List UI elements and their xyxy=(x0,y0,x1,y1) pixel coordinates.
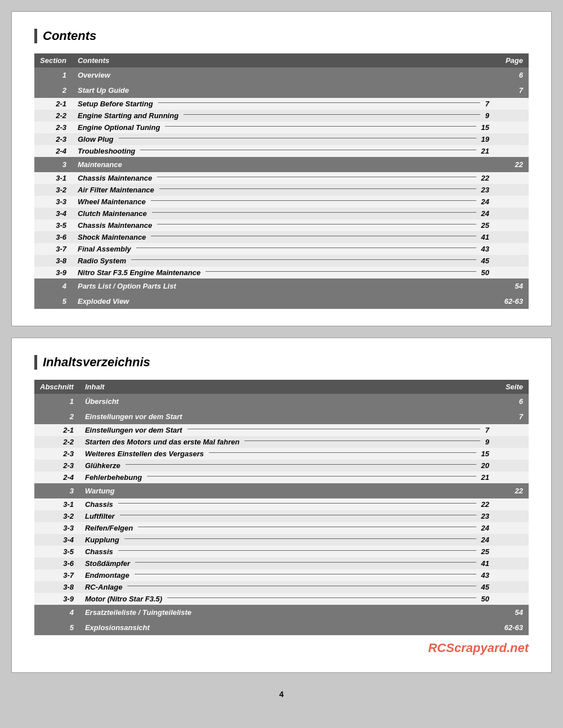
section-title: Parts List / Option Parts List xyxy=(72,278,495,294)
item-page xyxy=(495,510,529,522)
item-title: Nitro Star F3.5 Engine Maintenance 50 xyxy=(72,267,495,278)
section-page: 7 xyxy=(495,83,529,98)
section-num: 3 xyxy=(34,157,72,172)
section-title: Einstellungen vor dem Start xyxy=(79,409,495,424)
item-num: 2-2 xyxy=(34,110,72,122)
toc-row: 2-2 Starten des Motors und das erste Mal… xyxy=(34,436,529,448)
item-title: Motor (Nitro Star F3.5) 50 xyxy=(79,593,495,605)
toc-row: 2 Einstellungen vor dem Start 7 xyxy=(34,409,529,424)
item-page xyxy=(495,534,529,546)
toc-row: 3-3 Reifen/Felgen 24 xyxy=(34,522,529,534)
item-num: 3-2 xyxy=(34,510,79,522)
item-page xyxy=(495,546,529,558)
item-num: 3-3 xyxy=(34,196,72,208)
toc-row: 3-7 Endmontage 43 xyxy=(34,569,529,581)
item-num: 2-3 xyxy=(34,122,72,133)
item-title: Final Assembly 43 xyxy=(72,243,495,255)
toc-row: 2-3 Glow Plug 19 xyxy=(34,133,529,145)
toc-row: 3-3 Wheel Maintenance 24 xyxy=(34,196,529,208)
section-num: 4 xyxy=(34,278,72,294)
toc-row: 3-6 Stoßdämpfer 41 xyxy=(34,558,529,569)
item-title: RC-Anlage 45 xyxy=(79,581,495,593)
item-num: 3-8 xyxy=(34,255,72,267)
item-title: Setup Before Starting 7 xyxy=(72,98,495,110)
item-title: Endmontage 43 xyxy=(79,569,495,581)
section-num: 5 xyxy=(34,620,79,635)
toc-row: 3-2 Luftfilter 23 xyxy=(34,510,529,522)
section-page: 22 xyxy=(495,157,529,172)
item-num: 3-2 xyxy=(34,184,72,196)
item-title: Glühkerze 20 xyxy=(79,460,495,471)
item-page xyxy=(495,448,529,460)
section-page: 54 xyxy=(495,605,529,620)
header-page: Seite xyxy=(495,380,529,394)
toc-row: 2-2 Engine Starting and Running 9 xyxy=(34,110,529,122)
toc-row: 3-1 Chassis Maintenance 22 xyxy=(34,172,529,184)
item-page xyxy=(495,122,529,133)
item-num: 3-3 xyxy=(34,522,79,534)
item-num: 3-6 xyxy=(34,558,79,569)
header-contents: Contents xyxy=(72,53,495,68)
item-title: Chassis 25 xyxy=(79,546,495,558)
item-title: Engine Optional Tuning 15 xyxy=(72,122,495,133)
item-num: 3-1 xyxy=(34,498,79,510)
item-page xyxy=(495,196,529,208)
toc-row: 3-9 Nitro Star F3.5 Engine Maintenance 5… xyxy=(34,267,529,278)
item-page xyxy=(495,172,529,184)
toc-header-row: Section Contents Page xyxy=(34,53,529,68)
item-title: Luftfilter 23 xyxy=(79,510,495,522)
german-title: Inhaltsverzeichnis xyxy=(34,355,529,370)
item-title: Troubleshooting 21 xyxy=(72,145,495,157)
item-page xyxy=(495,593,529,605)
page-number: 4 xyxy=(11,690,552,699)
item-num: 3-9 xyxy=(34,593,79,605)
item-num: 3-5 xyxy=(34,219,72,231)
item-num: 2-1 xyxy=(34,424,79,436)
watermark: RCScrapyard.net xyxy=(34,641,529,655)
toc-row: 2-3 Engine Optional Tuning 15 xyxy=(34,122,529,133)
toc-row: 5 Exploded View 62-63 xyxy=(34,294,529,309)
item-page xyxy=(495,145,529,157)
item-num: 2-2 xyxy=(34,436,79,448)
toc-row: 2-3 Glühkerze 20 xyxy=(34,460,529,471)
german-contents-page: Inhaltsverzeichnis Abschnitt Inhalt Seit… xyxy=(11,338,552,673)
item-title: Clutch Maintenance 24 xyxy=(72,208,495,219)
section-title: Ersatzteileliste / Tuingteileliste xyxy=(79,605,495,620)
item-title: Shock Maintenance 41 xyxy=(72,231,495,243)
english-contents-page: Contents Section Contents Page 1 Overvie… xyxy=(11,11,552,326)
toc-row: 4 Parts List / Option Parts List 54 xyxy=(34,278,529,294)
item-num: 2-4 xyxy=(34,145,72,157)
toc-row: 2-3 Weiteres Einstellen des Vergasers 15 xyxy=(34,448,529,460)
item-title: Radio System 45 xyxy=(72,255,495,267)
item-page xyxy=(495,255,529,267)
toc-row: 3-7 Final Assembly 43 xyxy=(34,243,529,255)
item-title: Einstellungen vor dem Start 7 xyxy=(79,424,495,436)
item-title: Starten des Motors und das erste Mal fah… xyxy=(79,436,495,448)
english-toc-table: Section Contents Page 1 Overview 6 2 Sta… xyxy=(34,53,529,309)
item-page xyxy=(495,208,529,219)
item-title: Fehlerbehebung 21 xyxy=(79,471,495,483)
english-title: Contents xyxy=(34,29,529,43)
item-page xyxy=(495,471,529,483)
section-title: Start Up Guide xyxy=(72,83,495,98)
item-num: 3-7 xyxy=(34,569,79,581)
item-page xyxy=(495,133,529,145)
item-title: Air Filter Maintenance 23 xyxy=(72,184,495,196)
toc-row: 4 Ersatzteileliste / Tuingteileliste 54 xyxy=(34,605,529,620)
toc-row: 3-8 RC-Anlage 45 xyxy=(34,581,529,593)
item-page xyxy=(495,110,529,122)
section-title: Wartung xyxy=(79,483,495,498)
toc-row: 3-4 Kupplung 24 xyxy=(34,534,529,546)
section-page: 54 xyxy=(495,278,529,294)
header-page: Page xyxy=(495,53,529,68)
toc-row: 3-2 Air Filter Maintenance 23 xyxy=(34,184,529,196)
item-title: Glow Plug 19 xyxy=(72,133,495,145)
section-page: 62-63 xyxy=(495,620,529,635)
item-num: 3-4 xyxy=(34,534,79,546)
item-title: Kupplung 24 xyxy=(79,534,495,546)
toc-row: 2-1 Einstellungen vor dem Start 7 xyxy=(34,424,529,436)
section-page: 22 xyxy=(495,483,529,498)
item-num: 3-5 xyxy=(34,546,79,558)
item-num: 2-4 xyxy=(34,471,79,483)
toc-row: 3 Wartung 22 xyxy=(34,483,529,498)
